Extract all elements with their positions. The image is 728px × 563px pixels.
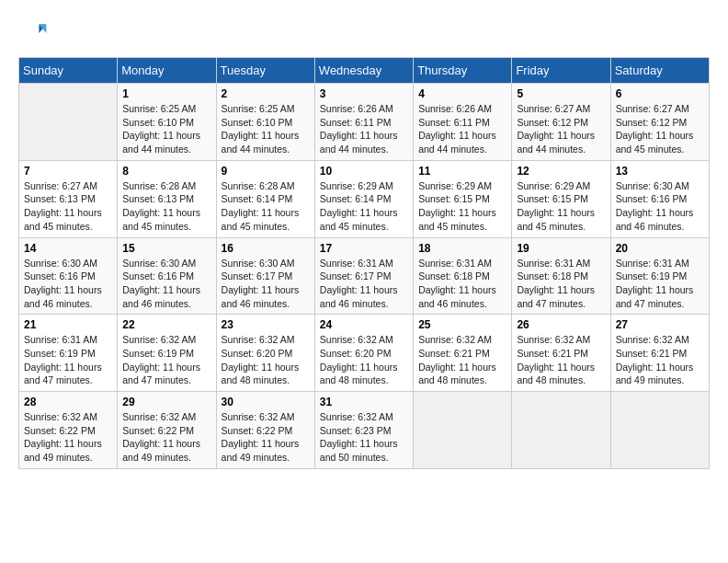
day-info: Sunrise: 6:31 AMSunset: 6:18 PMDaylight:… (517, 257, 605, 311)
calendar-cell: 21Sunrise: 6:31 AMSunset: 6:19 PMDayligh… (19, 315, 118, 392)
day-number: 17 (320, 242, 408, 255)
day-info: Sunrise: 6:32 AMSunset: 6:21 PMDaylight:… (418, 333, 506, 387)
calendar-cell: 25Sunrise: 6:32 AMSunset: 6:21 PMDayligh… (414, 315, 512, 392)
calendar-cell: 26Sunrise: 6:32 AMSunset: 6:21 PMDayligh… (512, 315, 610, 392)
day-info: Sunrise: 6:27 AMSunset: 6:13 PMDaylight:… (24, 179, 112, 234)
header-friday: Friday (512, 58, 610, 84)
calendar-week-row: 1Sunrise: 6:25 AMSunset: 6:10 PMDaylight… (19, 84, 710, 161)
header-monday: Monday (118, 58, 216, 84)
calendar-table: SundayMondayTuesdayWednesdayThursdayFrid… (18, 57, 710, 469)
calendar-cell (414, 392, 512, 469)
day-info: Sunrise: 6:32 AMSunset: 6:23 PMDaylight:… (320, 410, 408, 465)
calendar-cell: 14Sunrise: 6:30 AMSunset: 6:16 PMDayligh… (19, 237, 118, 315)
day-info: Sunrise: 6:29 AMSunset: 6:15 PMDaylight:… (418, 179, 506, 234)
day-info: Sunrise: 6:25 AMSunset: 6:10 PMDaylight:… (122, 102, 210, 156)
day-number: 6 (616, 87, 704, 100)
calendar-cell: 12Sunrise: 6:29 AMSunset: 6:15 PMDayligh… (512, 160, 610, 237)
calendar-cell: 13Sunrise: 6:30 AMSunset: 6:16 PMDayligh… (610, 160, 709, 237)
day-number: 4 (418, 87, 506, 100)
calendar-cell: 9Sunrise: 6:28 AMSunset: 6:14 PMDaylight… (216, 160, 314, 237)
calendar-cell: 8Sunrise: 6:28 AMSunset: 6:13 PMDaylight… (118, 160, 216, 237)
calendar-header-row: SundayMondayTuesdayWednesdayThursdayFrid… (19, 58, 710, 84)
day-info: Sunrise: 6:26 AMSunset: 6:11 PMDaylight:… (320, 102, 408, 156)
calendar-cell: 28Sunrise: 6:32 AMSunset: 6:22 PMDayligh… (19, 392, 118, 469)
header-sunday: Sunday (19, 58, 118, 84)
day-info: Sunrise: 6:30 AMSunset: 6:16 PMDaylight:… (24, 257, 112, 311)
day-info: Sunrise: 6:30 AMSunset: 6:17 PMDaylight:… (222, 257, 310, 311)
day-number: 12 (517, 165, 605, 178)
calendar-cell: 11Sunrise: 6:29 AMSunset: 6:15 PMDayligh… (414, 160, 512, 237)
day-info: Sunrise: 6:31 AMSunset: 6:19 PMDaylight:… (24, 333, 112, 387)
day-number: 18 (418, 242, 506, 255)
day-number: 21 (24, 318, 112, 331)
calendar-week-row: 7Sunrise: 6:27 AMSunset: 6:13 PMDaylight… (19, 160, 710, 237)
day-number: 3 (320, 87, 408, 100)
day-number: 31 (320, 396, 408, 408)
calendar-cell: 22Sunrise: 6:32 AMSunset: 6:19 PMDayligh… (118, 315, 216, 392)
calendar-cell: 1Sunrise: 6:25 AMSunset: 6:10 PMDaylight… (118, 84, 216, 161)
calendar-cell: 29Sunrise: 6:32 AMSunset: 6:22 PMDayligh… (118, 392, 216, 469)
day-number: 5 (517, 87, 605, 100)
day-number: 26 (517, 318, 605, 331)
day-info: Sunrise: 6:28 AMSunset: 6:14 PMDaylight:… (222, 179, 310, 234)
header-thursday: Thursday (414, 58, 512, 84)
day-info: Sunrise: 6:29 AMSunset: 6:14 PMDaylight:… (320, 179, 408, 234)
day-info: Sunrise: 6:27 AMSunset: 6:12 PMDaylight:… (517, 102, 605, 156)
day-info: Sunrise: 6:29 AMSunset: 6:15 PMDaylight:… (517, 179, 605, 234)
day-number: 29 (122, 396, 210, 408)
calendar-cell: 23Sunrise: 6:32 AMSunset: 6:20 PMDayligh… (216, 315, 314, 392)
calendar-cell (512, 392, 610, 469)
day-number: 22 (122, 318, 210, 331)
calendar-cell: 17Sunrise: 6:31 AMSunset: 6:17 PMDayligh… (314, 237, 413, 315)
day-info: Sunrise: 6:30 AMSunset: 6:16 PMDaylight:… (122, 257, 210, 311)
calendar-cell: 24Sunrise: 6:32 AMSunset: 6:20 PMDayligh… (314, 315, 413, 392)
day-info: Sunrise: 6:32 AMSunset: 6:22 PMDaylight:… (222, 410, 310, 465)
calendar-cell: 31Sunrise: 6:32 AMSunset: 6:23 PMDayligh… (314, 392, 413, 469)
day-number: 13 (616, 165, 704, 178)
calendar-week-row: 14Sunrise: 6:30 AMSunset: 6:16 PMDayligh… (19, 237, 710, 315)
day-info: Sunrise: 6:27 AMSunset: 6:12 PMDaylight:… (616, 102, 704, 156)
day-number: 10 (320, 165, 408, 178)
day-info: Sunrise: 6:32 AMSunset: 6:22 PMDaylight:… (24, 410, 112, 465)
day-info: Sunrise: 6:31 AMSunset: 6:19 PMDaylight:… (616, 257, 704, 311)
day-number: 11 (418, 165, 506, 178)
day-info: Sunrise: 6:30 AMSunset: 6:16 PMDaylight:… (616, 179, 704, 234)
calendar-cell: 15Sunrise: 6:30 AMSunset: 6:16 PMDayligh… (118, 237, 216, 315)
day-number: 20 (616, 242, 704, 255)
calendar-cell: 18Sunrise: 6:31 AMSunset: 6:18 PMDayligh… (414, 237, 512, 315)
day-number: 2 (222, 87, 310, 100)
day-number: 23 (222, 318, 310, 331)
day-info: Sunrise: 6:28 AMSunset: 6:13 PMDaylight:… (122, 179, 210, 234)
calendar-cell: 30Sunrise: 6:32 AMSunset: 6:22 PMDayligh… (216, 392, 314, 469)
calendar-cell: 10Sunrise: 6:29 AMSunset: 6:14 PMDayligh… (314, 160, 413, 237)
day-number: 14 (24, 242, 112, 255)
logo-icon (18, 18, 48, 48)
day-info: Sunrise: 6:32 AMSunset: 6:19 PMDaylight:… (122, 333, 210, 387)
calendar-cell (19, 84, 118, 161)
svg-rect-0 (18, 18, 48, 48)
day-info: Sunrise: 6:32 AMSunset: 6:20 PMDaylight:… (320, 333, 408, 387)
day-info: Sunrise: 6:31 AMSunset: 6:17 PMDaylight:… (320, 257, 408, 311)
calendar-cell: 3Sunrise: 6:26 AMSunset: 6:11 PMDaylight… (314, 84, 413, 161)
day-number: 16 (222, 242, 310, 255)
calendar-cell: 7Sunrise: 6:27 AMSunset: 6:13 PMDaylight… (19, 160, 118, 237)
day-info: Sunrise: 6:25 AMSunset: 6:10 PMDaylight:… (222, 102, 310, 156)
day-number: 1 (122, 87, 210, 100)
day-info: Sunrise: 6:32 AMSunset: 6:21 PMDaylight:… (517, 333, 605, 387)
day-info: Sunrise: 6:32 AMSunset: 6:22 PMDaylight:… (122, 410, 210, 465)
logo (18, 18, 51, 48)
calendar-cell: 6Sunrise: 6:27 AMSunset: 6:12 PMDaylight… (610, 84, 709, 161)
day-number: 28 (24, 396, 112, 408)
calendar-cell: 16Sunrise: 6:30 AMSunset: 6:17 PMDayligh… (216, 237, 314, 315)
header-wednesday: Wednesday (314, 58, 413, 84)
day-info: Sunrise: 6:32 AMSunset: 6:20 PMDaylight:… (222, 333, 310, 387)
day-number: 27 (616, 318, 704, 331)
calendar-cell: 27Sunrise: 6:32 AMSunset: 6:21 PMDayligh… (610, 315, 709, 392)
calendar-cell (610, 392, 709, 469)
calendar-cell: 19Sunrise: 6:31 AMSunset: 6:18 PMDayligh… (512, 237, 610, 315)
calendar-cell: 20Sunrise: 6:31 AMSunset: 6:19 PMDayligh… (610, 237, 709, 315)
calendar-cell: 4Sunrise: 6:26 AMSunset: 6:11 PMDaylight… (414, 84, 512, 161)
day-info: Sunrise: 6:26 AMSunset: 6:11 PMDaylight:… (418, 102, 506, 156)
day-info: Sunrise: 6:32 AMSunset: 6:21 PMDaylight:… (616, 333, 704, 387)
day-number: 9 (222, 165, 310, 178)
